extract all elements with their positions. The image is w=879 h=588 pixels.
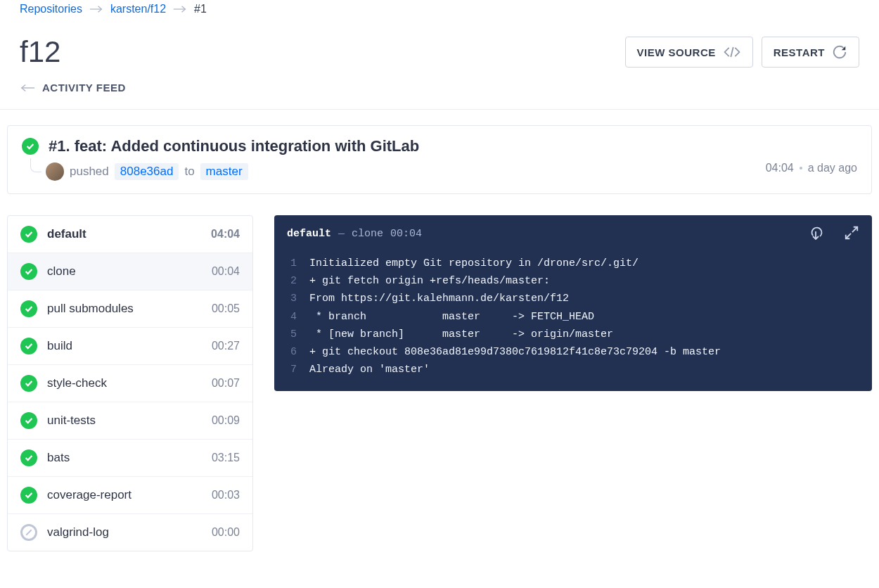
log-line: 6+ git checkout 808e36ad81e99d7380c76198…: [287, 343, 859, 361]
separator-dot: [800, 167, 802, 170]
log-line: 2+ git fetch origin +refs/heads/master:: [287, 272, 859, 290]
svg-line-6: [852, 227, 857, 232]
status-success-icon: [20, 487, 37, 504]
console-body: 1Initialized empty Git repository in /dr…: [274, 252, 872, 391]
stage-row[interactable]: default04:04: [8, 216, 252, 253]
step-time: 04:04: [211, 228, 240, 241]
log-text: * branch master -> FETCH_HEAD: [309, 308, 594, 326]
arrow-left-icon: [20, 84, 35, 92]
view-source-label: VIEW SOURCE: [637, 46, 716, 58]
step-name: coverage-report: [47, 488, 202, 502]
line-number: 2: [287, 272, 297, 290]
branch-link[interactable]: master: [200, 163, 248, 180]
step-row[interactable]: clone00:04: [8, 253, 252, 290]
arrow-right-icon: [89, 5, 103, 13]
step-name: bats: [47, 451, 202, 465]
log-text: Already on 'master': [309, 361, 430, 378]
console-panel: default — clone 00:04 1Initialized empty…: [274, 215, 872, 391]
step-time: 00:27: [212, 340, 240, 352]
svg-line-4: [26, 530, 32, 535]
log-line: 4 * branch master -> FETCH_HEAD: [287, 308, 859, 326]
activity-feed-label: ACTIVITY FEED: [42, 82, 126, 94]
status-success-icon: [20, 375, 37, 392]
view-source-button[interactable]: VIEW SOURCE: [625, 37, 753, 68]
step-time: 00:00: [212, 526, 240, 539]
step-name: pull submodules: [47, 302, 202, 316]
line-number: 4: [287, 308, 297, 326]
breadcrumb-repositories[interactable]: Repositories: [20, 3, 82, 15]
restart-button[interactable]: RESTART: [762, 37, 859, 68]
step-name: style-check: [47, 376, 202, 390]
step-name: build: [47, 339, 202, 353]
download-icon[interactable]: [807, 225, 824, 242]
log-text: Initialized empty Git repository in /dro…: [309, 255, 639, 272]
log-line: 3From https://git.kalehmann.de/karsten/f…: [287, 290, 859, 307]
step-row[interactable]: bats03:15: [8, 440, 252, 477]
log-line: 1Initialized empty Git repository in /dr…: [287, 255, 859, 272]
step-time: 03:15: [212, 452, 240, 464]
code-icon: [723, 45, 741, 59]
refresh-icon: [832, 44, 847, 60]
build-summary-card: #1. feat: Added continuous integration w…: [7, 125, 872, 194]
build-relative-time: a day ago: [808, 162, 857, 174]
step-name: valgrind-log: [47, 525, 202, 539]
step-row[interactable]: build00:27: [8, 328, 252, 365]
expand-icon[interactable]: [844, 225, 859, 241]
status-success-icon: [20, 449, 37, 466]
step-time: 00:09: [212, 414, 240, 427]
line-number: 6: [287, 343, 297, 361]
log-line: 5 * [new branch] master -> origin/master: [287, 326, 859, 343]
breadcrumb-current: #1: [194, 3, 207, 15]
step-name: clone: [47, 264, 202, 279]
status-success-icon: [20, 300, 37, 317]
breadcrumbs: Repositories karsten/f12 #1: [0, 0, 879, 15]
pushed-label: pushed: [70, 165, 109, 179]
status-success-icon: [20, 412, 37, 429]
log-text: + git checkout 808e36ad81e99d7380c761981…: [309, 343, 721, 361]
console-dash: —: [338, 228, 345, 240]
line-number: 1: [287, 255, 297, 272]
svg-line-2: [731, 47, 733, 57]
activity-feed-link[interactable]: ACTIVITY FEED: [0, 82, 879, 109]
console-stage: default: [287, 228, 331, 240]
svg-line-7: [846, 234, 851, 238]
arrow-right-icon: [173, 5, 187, 13]
log-line: 7Already on 'master': [287, 361, 859, 378]
step-row[interactable]: coverage-report00:03: [8, 477, 252, 514]
console-step: clone: [352, 228, 383, 240]
step-time: 00:05: [212, 302, 240, 315]
status-success-icon: [20, 338, 37, 354]
avatar: [46, 162, 64, 181]
status-success-icon: [22, 138, 39, 155]
line-number: 5: [287, 326, 297, 343]
step-time: 00:04: [212, 265, 240, 278]
commit-link[interactable]: 808e36ad: [115, 163, 179, 180]
to-label: to: [184, 165, 194, 179]
status-skipped-icon: [20, 524, 37, 541]
build-title: #1. feat: Added continuous integration w…: [49, 137, 419, 155]
log-text: + git fetch origin +refs/heads/master:: [309, 272, 550, 290]
console-duration: 00:04: [390, 228, 422, 240]
build-time: 04:04: [766, 162, 794, 174]
step-time: 00:03: [212, 489, 240, 501]
status-success-icon: [20, 226, 37, 243]
step-row[interactable]: valgrind-log00:00: [8, 514, 252, 551]
status-success-icon: [20, 263, 37, 280]
step-name: unit-tests: [47, 414, 202, 428]
step-name: default: [47, 227, 201, 241]
line-number: 3: [287, 290, 297, 307]
restart-label: RESTART: [774, 46, 825, 58]
page-title: f12: [20, 35, 60, 69]
line-number: 7: [287, 361, 297, 378]
breadcrumb-repo[interactable]: karsten/f12: [110, 3, 166, 15]
steps-panel: default04:04clone00:04pull submodules00:…: [7, 215, 253, 551]
step-time: 00:07: [212, 377, 240, 390]
log-text: From https://git.kalehmann.de/karsten/f1…: [309, 290, 569, 307]
step-row[interactable]: style-check00:07: [8, 365, 252, 402]
thread-line: [30, 158, 41, 172]
log-text: * [new branch] master -> origin/master: [309, 326, 613, 343]
step-row[interactable]: unit-tests00:09: [8, 402, 252, 440]
step-row[interactable]: pull submodules00:05: [8, 290, 252, 328]
